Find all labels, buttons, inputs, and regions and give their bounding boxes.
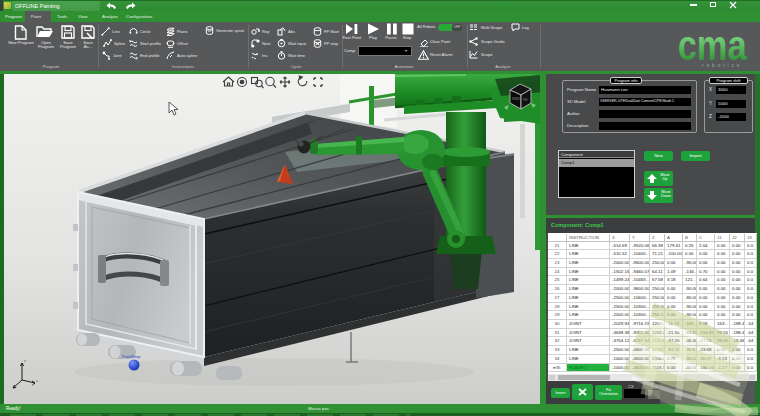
svg-text:z: z <box>24 358 26 363</box>
svg-text:PaintShop: PaintShop <box>122 354 141 359</box>
svg-text:NE: NE <box>523 98 528 102</box>
svg-text:x: x <box>36 378 38 383</box>
svg-text:NWD: NWD <box>512 97 521 101</box>
svg-text:robotics: robotics <box>702 63 742 68</box>
